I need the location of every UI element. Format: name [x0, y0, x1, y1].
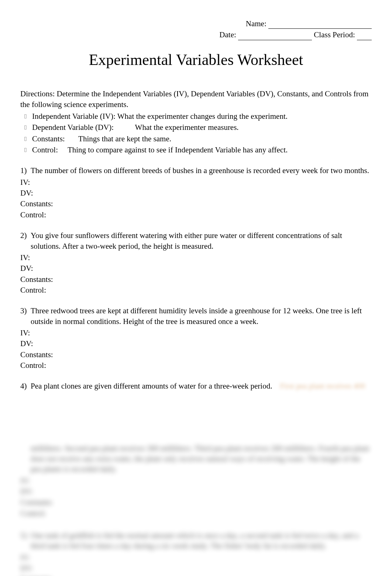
question-4: 4) Pea plant clones are given different …	[20, 381, 372, 391]
question-3: 3) Three redwood trees are kept at diffe…	[20, 306, 372, 370]
date-input-line[interactable]	[238, 32, 312, 40]
question-1: 1) The number of flowers on different br…	[20, 165, 372, 220]
def-desc: Thing to compare against to see if Indep…	[68, 145, 288, 154]
bullet-icon: ▯	[24, 145, 32, 153]
class-period-input-line[interactable]	[357, 32, 372, 40]
name-input-line[interactable]	[268, 21, 372, 29]
def-label: Independent Variable (IV):	[32, 111, 116, 121]
question-number: 5)	[20, 530, 31, 541]
question-text: One tank of goldfish is fed the normal a…	[31, 530, 372, 551]
iv-line[interactable]: IV:	[20, 177, 372, 187]
question-number: 1)	[20, 165, 31, 176]
constants-line[interactable]: Constants:	[20, 199, 372, 209]
question-prompt: 2) You give four sunflowers different wa…	[20, 230, 372, 251]
question-prompt: 3) Three redwood trees are kept at diffe…	[20, 306, 372, 327]
name-line: Name:	[20, 18, 372, 29]
dv-line: DV:	[20, 486, 372, 497]
def-label: Dependent Variable (DV):	[32, 122, 114, 132]
question-number: 4)	[20, 381, 31, 391]
question-2: 2) You give four sunflowers different wa…	[20, 230, 372, 295]
def-desc: What the experimenter changes during the…	[117, 112, 288, 121]
definition-dv: ▯ Dependent Variable (DV): What the expe…	[20, 122, 372, 132]
date-label: Date:	[219, 30, 236, 39]
definition-control: ▯ Control: Thing to compare against to s…	[20, 145, 372, 155]
constants-line: Constants:	[20, 497, 372, 507]
iv-line[interactable]: IV:	[20, 252, 372, 263]
question-prompt: 4) Pea plant clones are given different …	[20, 381, 372, 391]
question-text: You give four sunflowers different water…	[31, 230, 372, 251]
blurred-preview: milliliters. Second pea plant receives 3…	[20, 443, 372, 576]
dv-line: DV:	[20, 563, 372, 573]
question-prompt: milliliters. Second pea plant receives 3…	[20, 443, 372, 475]
bullet-icon: ▯	[24, 134, 32, 142]
dv-line[interactable]: DV:	[20, 188, 372, 198]
question-number: 2)	[20, 230, 31, 241]
question-number: 3)	[20, 306, 31, 316]
question-text-main: Pea plant clones are given different amo…	[31, 382, 272, 390]
directions-text: Directions: Determine the Independent Va…	[20, 89, 372, 110]
control-line[interactable]: Control:	[20, 360, 372, 370]
def-label: Constants:	[32, 134, 65, 144]
control-line[interactable]: Control:	[20, 285, 372, 295]
dv-line[interactable]: DV:	[20, 263, 372, 273]
question-prompt: 1) The number of flowers on different br…	[20, 165, 372, 176]
dv-line[interactable]: DV:	[20, 338, 372, 349]
constants-line[interactable]: Constants:	[20, 274, 372, 284]
definitions-list: ▯ Independent Variable (IV): What the ex…	[20, 111, 372, 155]
header-info: Name: Date: Class Period:	[20, 18, 372, 40]
question-text: Pea plant clones are given different amo…	[31, 381, 372, 391]
name-label: Name:	[246, 19, 267, 28]
question-text: Three redwood trees are kept at differen…	[31, 306, 372, 327]
page-title: Experimental Variables Worksheet	[20, 49, 372, 70]
question-text: The number of flowers on different breed…	[31, 165, 372, 176]
constants-line[interactable]: Constants:	[20, 349, 372, 360]
control-line[interactable]: Control:	[20, 210, 372, 220]
definition-constants: ▯ Constants: Things that are kept the sa…	[20, 134, 372, 144]
question-hint: First pea plant receives 400	[280, 382, 365, 390]
def-desc: Things that are kept the same.	[78, 134, 171, 143]
question-text: milliliters. Second pea plant receives 3…	[31, 443, 372, 475]
def-desc: What the experimenter measures.	[135, 123, 239, 132]
bullet-icon: ▯	[24, 122, 32, 131]
iv-line[interactable]: IV:	[20, 328, 372, 338]
question-prompt: 5) One tank of goldfish is fed the norma…	[20, 530, 372, 551]
class-period-label: Class Period:	[314, 30, 355, 39]
iv-line: IV:	[20, 476, 372, 486]
constants-line: Constants:	[20, 574, 372, 576]
control-line: Control:	[20, 508, 372, 518]
definition-iv: ▯ Independent Variable (IV): What the ex…	[20, 111, 372, 121]
bullet-icon: ▯	[24, 111, 32, 120]
date-line: Date: Class Period:	[20, 30, 372, 40]
def-label: Control:	[32, 145, 58, 155]
iv-line: IV:	[20, 552, 372, 563]
question-4-continued: milliliters. Second pea plant receives 3…	[20, 443, 372, 518]
question-5: 5) One tank of goldfish is fed the norma…	[20, 530, 372, 576]
